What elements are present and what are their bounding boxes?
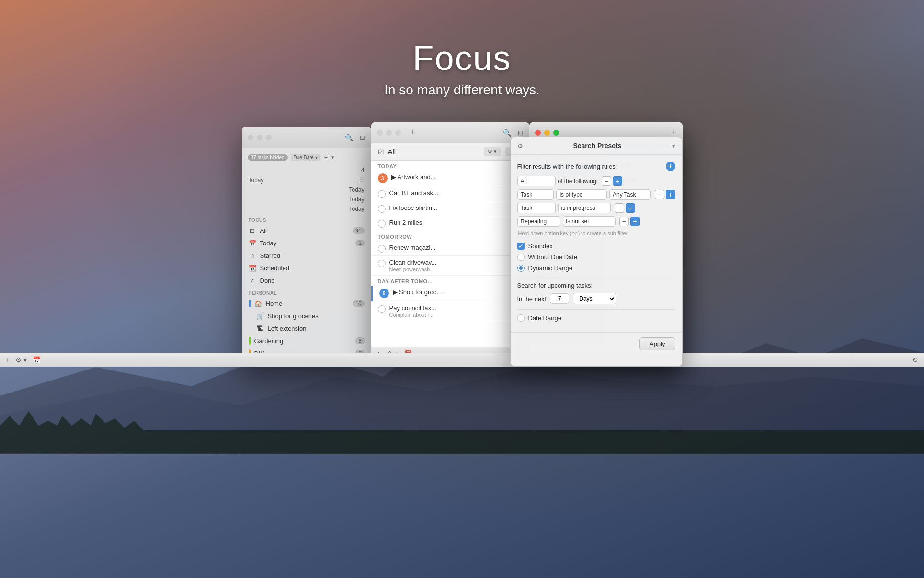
upcoming-unit-select[interactable]: Days Weeks Months: [573, 293, 616, 304]
hero-title: Focus: [0, 38, 924, 78]
tl-max-right[interactable]: [553, 130, 559, 136]
task-shop[interactable]: 5 ▶ Shop for groc... ★: [371, 286, 529, 301]
dialog-collapse-icon[interactable]: ▾: [672, 142, 675, 150]
home-badge: 10: [353, 300, 364, 307]
sun-icon: ☀: [323, 154, 329, 161]
shop-info: ▶ Shop for groc...: [393, 289, 511, 296]
filter-op-2[interactable]: is in progress: [558, 203, 611, 213]
groceries-label: Shop for groceries: [268, 312, 319, 320]
driveway-name: Clean driveway...: [389, 259, 523, 266]
sidebar-icon[interactable]: ⊟: [360, 134, 365, 141]
filter-op-1[interactable]: is of type: [556, 189, 607, 200]
sidebar-item-done[interactable]: ✓ Done: [242, 274, 371, 287]
tl-min-right[interactable]: [544, 130, 550, 136]
driveway-checkbox[interactable]: [378, 260, 386, 267]
view-options-btn[interactable]: ⚙ ▾: [484, 147, 501, 156]
tl-minimize[interactable]: [257, 135, 262, 140]
filter-add-btn[interactable]: +: [666, 162, 675, 171]
dynamic-range-row: Dynamic Range: [517, 265, 675, 272]
focus-list: ⊞ All 41 📅 Today 1 ☆ Starred 📆 Scheduled: [242, 224, 371, 287]
filter-plus-btn-1[interactable]: +: [666, 190, 675, 199]
filter-plus-btn-2[interactable]: +: [626, 203, 635, 213]
task-artwork[interactable]: 3 ▶ Artwork and...: [371, 171, 529, 186]
without-due-label: Without Due Date: [528, 254, 578, 261]
add-btn-right[interactable]: +: [672, 127, 677, 138]
add-button-mid[interactable]: +: [411, 127, 416, 138]
tl-max-mid[interactable]: [395, 130, 401, 136]
filter-field-3[interactable]: Repeating: [517, 216, 560, 227]
search-icon-mid[interactable]: 🔍: [503, 129, 511, 137]
tl-close-mid[interactable]: [377, 130, 383, 136]
filter-all-select[interactable]: All: [517, 176, 556, 186]
soundex-row: ✓ Soundex: [517, 243, 675, 250]
sidebar-item-starred[interactable]: ☆ Starred: [242, 249, 371, 262]
mid-titlebar-icons: 🔍 ⊟: [503, 129, 524, 137]
filter-plus-btn-0[interactable]: +: [613, 176, 622, 186]
tl-maximize[interactable]: [266, 135, 272, 140]
home-label: Home: [266, 300, 283, 307]
sidebar-item-scheduled[interactable]: 📆 Scheduled: [242, 262, 371, 274]
apply-button[interactable]: Apply: [639, 337, 675, 350]
sort-button[interactable]: Due Date ▾: [291, 154, 320, 161]
callbt-checkbox[interactable]: [378, 190, 386, 198]
without-due-radio[interactable]: [517, 254, 525, 261]
sidebar-item-home[interactable]: 🏠 Home 10: [242, 297, 371, 310]
council-name: Pay council tax...: [389, 304, 523, 312]
task-driveway[interactable]: Clean driveway... Need powerwash...: [371, 256, 529, 276]
filter-row-3: Repeating is not set − +: [517, 216, 675, 227]
callbt-name: Call BT and ask...: [389, 189, 523, 197]
filter-op-3[interactable]: is not set: [563, 216, 616, 227]
filter-minus-btn-0[interactable]: −: [602, 176, 611, 186]
windows-container: 🔍 ⊟ 37 tasks hidden Due Date ▾ ☀ ▾ 4: [0, 122, 924, 367]
filter-val-1[interactable]: Any Task: [609, 189, 650, 200]
shop-badge: 5: [379, 289, 389, 298]
mid-window-container: + 🔍 ⊟ ☑ All ⚙ ▾ ☀ ▾ TODAY 3: [371, 122, 529, 367]
task-renew[interactable]: Renew magazi...: [371, 241, 529, 256]
layout-icon-mid[interactable]: ⊟: [518, 129, 524, 137]
tl-close-right[interactable]: [535, 130, 541, 136]
chevron-icon: ▾: [315, 155, 318, 160]
search-icon[interactable]: 🔍: [345, 134, 353, 141]
hero-subtitle: In so many different ways.: [0, 82, 924, 98]
day-after-section-label: DAY AFTER TOMO...: [371, 276, 529, 286]
traffic-lights-mid: [377, 130, 401, 136]
dialog-filter-header: Filter results with the following rules:…: [517, 162, 675, 171]
task-council[interactable]: Pay council tax... Complain about r...: [371, 301, 529, 321]
without-due-row: Without Due Date: [517, 254, 675, 261]
scheduled-label: Scheduled: [260, 265, 289, 272]
date-range-radio[interactable]: [517, 314, 525, 322]
sidebar-item-gardening[interactable]: Gardening 8: [242, 335, 371, 347]
task-count-1: 4: [242, 165, 371, 175]
tl-close[interactable]: [248, 135, 253, 140]
filter-row-2-btns: − +: [615, 203, 635, 213]
tl-min-mid[interactable]: [386, 130, 392, 136]
filter-plus-btn-3[interactable]: +: [630, 217, 640, 226]
filter-field-1[interactable]: Task: [517, 189, 554, 200]
task-run[interactable]: Run 2 miles 2: [371, 216, 529, 231]
task-callbt[interactable]: Call BT and ask...: [371, 186, 529, 201]
gardening-color-bar: [249, 337, 251, 345]
run-checkbox[interactable]: [378, 220, 386, 228]
filter-minus-btn-3[interactable]: −: [619, 217, 629, 226]
date-range-label: Date Range: [528, 314, 561, 322]
dynamic-range-radio[interactable]: [517, 265, 525, 272]
check-icon: ✓: [249, 277, 256, 284]
driveway-info: Clean driveway... Need powerwash...: [389, 259, 523, 272]
renew-checkbox[interactable]: [378, 245, 386, 253]
filter-minus-btn-2[interactable]: −: [615, 203, 624, 213]
all-badge: 41: [353, 227, 364, 234]
filter-minus-btn-1[interactable]: −: [655, 190, 664, 199]
task-skirting[interactable]: Fix loose skirtin...: [371, 201, 529, 216]
artwork-badge: 3: [378, 173, 388, 183]
sidebar-item-today[interactable]: 📅 Today 1: [242, 237, 371, 249]
dialog-hint: Hold down option key (⌥) to create a sub…: [517, 231, 675, 237]
sidebar-item-loft[interactable]: 🏗 Loft extension: [242, 322, 371, 335]
skirting-checkbox[interactable]: [378, 205, 386, 213]
dialog-divider: [517, 277, 675, 277]
soundex-checkbox[interactable]: ✓: [517, 243, 525, 250]
sidebar-item-all[interactable]: ⊞ All 41: [242, 224, 371, 237]
sidebar-item-groceries[interactable]: 🛒 Shop for groceries: [242, 310, 371, 322]
council-checkbox[interactable]: [378, 305, 386, 313]
filter-field-2[interactable]: Task: [517, 203, 556, 213]
upcoming-value-input[interactable]: [550, 293, 569, 304]
